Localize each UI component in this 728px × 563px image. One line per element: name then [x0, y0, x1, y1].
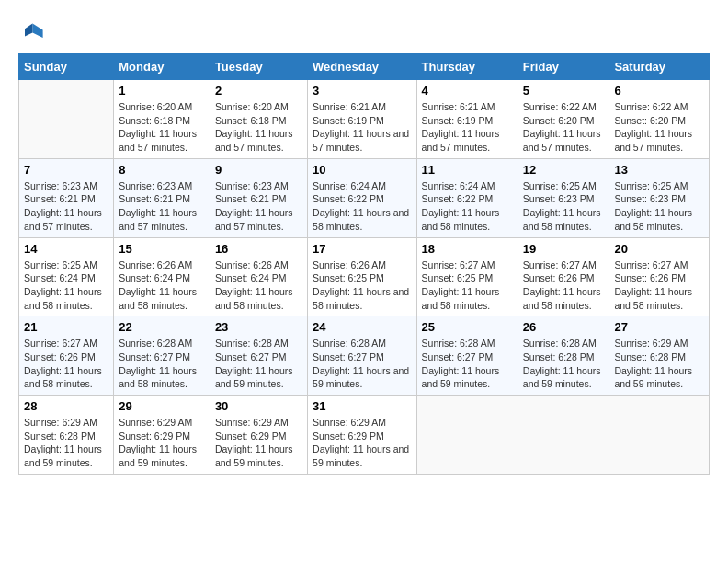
day-info: Sunrise: 6:29 AMSunset: 6:29 PMDaylight:…: [119, 416, 205, 470]
day-cell: 31Sunrise: 6:29 AMSunset: 6:29 PMDayligh…: [308, 396, 416, 475]
day-info: Sunrise: 6:27 AMSunset: 6:26 PMDaylight:…: [523, 259, 605, 313]
day-cell: 21Sunrise: 6:27 AMSunset: 6:26 PMDayligh…: [19, 316, 114, 396]
day-info: Sunrise: 6:23 AMSunset: 6:21 PMDaylight:…: [24, 179, 108, 234]
day-number: 7: [24, 163, 108, 177]
day-cell: 22Sunrise: 6:28 AMSunset: 6:27 PMDayligh…: [114, 316, 210, 396]
day-number: 6: [614, 84, 704, 98]
day-cell: 16Sunrise: 6:26 AMSunset: 6:24 PMDayligh…: [210, 237, 307, 316]
day-cell: 15Sunrise: 6:26 AMSunset: 6:24 PMDayligh…: [114, 237, 210, 316]
day-cell: [609, 396, 710, 475]
day-number: 26: [523, 320, 605, 334]
day-cell: 25Sunrise: 6:28 AMSunset: 6:27 PMDayligh…: [416, 316, 518, 396]
day-number: 20: [614, 242, 704, 256]
day-info: Sunrise: 6:28 AMSunset: 6:27 PMDaylight:…: [119, 337, 205, 391]
day-info: Sunrise: 6:27 AMSunset: 6:26 PMDaylight:…: [614, 259, 704, 313]
week-row-5: 28Sunrise: 6:29 AMSunset: 6:28 PMDayligh…: [19, 396, 710, 475]
day-cell: 27Sunrise: 6:29 AMSunset: 6:28 PMDayligh…: [609, 316, 710, 396]
day-cell: 10Sunrise: 6:24 AMSunset: 6:22 PMDayligh…: [308, 158, 416, 237]
day-cell: 6Sunrise: 6:22 AMSunset: 6:20 PMDaylight…: [609, 80, 710, 159]
week-row-1: 1Sunrise: 6:20 AMSunset: 6:18 PMDaylight…: [19, 80, 710, 159]
day-cell: 24Sunrise: 6:28 AMSunset: 6:27 PMDayligh…: [308, 316, 416, 396]
day-info: Sunrise: 6:22 AMSunset: 6:20 PMDaylight:…: [614, 100, 704, 155]
day-number: 27: [614, 320, 704, 334]
column-header-sunday: Sunday: [19, 54, 114, 80]
header-row: SundayMondayTuesdayWednesdayThursdayFrid…: [19, 54, 710, 80]
day-info: Sunrise: 6:28 AMSunset: 6:27 PMDaylight:…: [215, 337, 302, 391]
week-row-2: 7Sunrise: 6:23 AMSunset: 6:21 PMDaylight…: [19, 158, 710, 237]
day-info: Sunrise: 6:23 AMSunset: 6:21 PMDaylight:…: [215, 179, 302, 234]
day-cell: 20Sunrise: 6:27 AMSunset: 6:26 PMDayligh…: [609, 237, 710, 316]
column-header-friday: Friday: [518, 54, 609, 80]
day-cell: 11Sunrise: 6:24 AMSunset: 6:22 PMDayligh…: [416, 158, 518, 237]
day-cell: 18Sunrise: 6:27 AMSunset: 6:25 PMDayligh…: [416, 237, 518, 316]
day-info: Sunrise: 6:21 AMSunset: 6:19 PMDaylight:…: [422, 100, 513, 155]
day-cell: 26Sunrise: 6:28 AMSunset: 6:28 PMDayligh…: [518, 316, 609, 396]
day-cell: 28Sunrise: 6:29 AMSunset: 6:28 PMDayligh…: [19, 396, 114, 475]
day-info: Sunrise: 6:28 AMSunset: 6:27 PMDaylight:…: [422, 337, 513, 391]
day-number: 15: [119, 242, 205, 256]
day-cell: 1Sunrise: 6:20 AMSunset: 6:18 PMDaylight…: [114, 80, 210, 159]
column-header-wednesday: Wednesday: [308, 54, 416, 80]
day-info: Sunrise: 6:29 AMSunset: 6:28 PMDaylight:…: [614, 337, 704, 391]
day-cell: 12Sunrise: 6:25 AMSunset: 6:23 PMDayligh…: [518, 158, 609, 237]
day-info: Sunrise: 6:21 AMSunset: 6:19 PMDaylight:…: [313, 100, 411, 155]
day-info: Sunrise: 6:28 AMSunset: 6:27 PMDaylight:…: [313, 337, 411, 391]
day-cell: [518, 396, 609, 475]
day-info: Sunrise: 6:25 AMSunset: 6:23 PMDaylight:…: [523, 179, 605, 234]
day-number: 21: [24, 320, 108, 334]
day-info: Sunrise: 6:23 AMSunset: 6:21 PMDaylight:…: [119, 179, 205, 234]
column-header-thursday: Thursday: [416, 54, 518, 80]
day-number: 28: [24, 399, 108, 413]
day-number: 17: [313, 242, 411, 256]
day-number: 29: [119, 399, 205, 413]
svg-marker-0: [32, 24, 42, 38]
day-info: Sunrise: 6:27 AMSunset: 6:26 PMDaylight:…: [24, 337, 108, 391]
day-cell: 30Sunrise: 6:29 AMSunset: 6:29 PMDayligh…: [210, 396, 307, 475]
day-number: 23: [215, 320, 302, 334]
day-number: 12: [523, 163, 605, 177]
day-number: 8: [119, 163, 205, 177]
day-cell: 13Sunrise: 6:25 AMSunset: 6:23 PMDayligh…: [609, 158, 710, 237]
column-header-saturday: Saturday: [609, 54, 710, 80]
day-cell: 23Sunrise: 6:28 AMSunset: 6:27 PMDayligh…: [210, 316, 307, 396]
day-cell: 3Sunrise: 6:21 AMSunset: 6:19 PMDaylight…: [308, 80, 416, 159]
day-number: 25: [422, 320, 513, 334]
day-number: 9: [215, 163, 302, 177]
page-header: [18, 18, 710, 44]
day-info: Sunrise: 6:26 AMSunset: 6:24 PMDaylight:…: [119, 259, 205, 313]
day-info: Sunrise: 6:25 AMSunset: 6:24 PMDaylight:…: [24, 259, 108, 313]
logo-icon: [18, 18, 44, 44]
day-number: 22: [119, 320, 205, 334]
day-cell: 7Sunrise: 6:23 AMSunset: 6:21 PMDaylight…: [19, 158, 114, 237]
day-number: 4: [422, 84, 513, 98]
day-number: 19: [523, 242, 605, 256]
day-cell: 9Sunrise: 6:23 AMSunset: 6:21 PMDaylight…: [210, 158, 307, 237]
day-number: 18: [422, 242, 513, 256]
day-number: 24: [313, 320, 411, 334]
day-number: 16: [215, 242, 302, 256]
day-cell: 14Sunrise: 6:25 AMSunset: 6:24 PMDayligh…: [19, 237, 114, 316]
day-number: 10: [313, 163, 411, 177]
logo: [18, 18, 48, 44]
day-cell: 2Sunrise: 6:20 AMSunset: 6:18 PMDaylight…: [210, 80, 307, 159]
day-info: Sunrise: 6:25 AMSunset: 6:23 PMDaylight:…: [614, 179, 704, 234]
column-header-tuesday: Tuesday: [210, 54, 307, 80]
day-info: Sunrise: 6:20 AMSunset: 6:18 PMDaylight:…: [215, 100, 302, 155]
day-number: 31: [313, 399, 411, 413]
day-cell: 5Sunrise: 6:22 AMSunset: 6:20 PMDaylight…: [518, 80, 609, 159]
day-number: 14: [24, 242, 108, 256]
calendar-table: SundayMondayTuesdayWednesdayThursdayFrid…: [18, 53, 710, 475]
day-info: Sunrise: 6:29 AMSunset: 6:29 PMDaylight:…: [313, 416, 411, 470]
day-cell: 29Sunrise: 6:29 AMSunset: 6:29 PMDayligh…: [114, 396, 210, 475]
week-row-3: 14Sunrise: 6:25 AMSunset: 6:24 PMDayligh…: [19, 237, 710, 316]
day-number: 3: [313, 84, 411, 98]
day-cell: 8Sunrise: 6:23 AMSunset: 6:21 PMDaylight…: [114, 158, 210, 237]
svg-marker-1: [25, 24, 32, 37]
day-number: 1: [119, 84, 205, 98]
day-info: Sunrise: 6:26 AMSunset: 6:24 PMDaylight:…: [215, 259, 302, 313]
day-cell: 4Sunrise: 6:21 AMSunset: 6:19 PMDaylight…: [416, 80, 518, 159]
day-info: Sunrise: 6:24 AMSunset: 6:22 PMDaylight:…: [422, 179, 513, 234]
day-number: 13: [614, 163, 704, 177]
day-number: 5: [523, 84, 605, 98]
day-info: Sunrise: 6:22 AMSunset: 6:20 PMDaylight:…: [523, 100, 605, 155]
